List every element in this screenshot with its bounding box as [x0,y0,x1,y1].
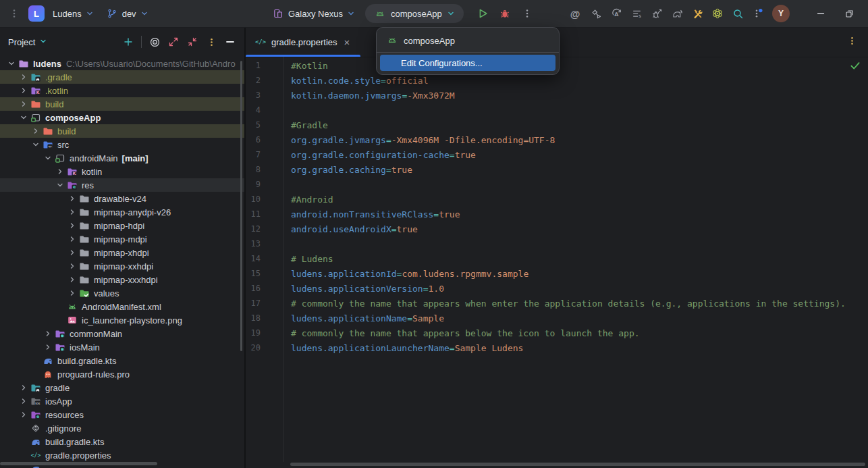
popup-item-composeapp[interactable]: composeApp [377,31,559,50]
add-icon[interactable] [122,36,134,48]
tree-item-gradle[interactable]: gradle [0,381,244,394]
code-line-4[interactable]: 4 [246,103,868,118]
chevron-right-icon[interactable] [18,86,30,95]
chevron-right-icon[interactable] [66,289,78,297]
tree-item-build[interactable]: build [0,124,244,138]
code-line-19[interactable]: 19# commonly the name that appears below… [246,326,868,340]
profiler-lines-icon[interactable]: s [630,7,643,20]
code-line-13[interactable]: 13 [246,236,868,251]
code-line-6[interactable]: 6org.gradle.jvmargs=-Xmx4096M -Dfile.enc… [246,132,868,147]
tab-gradle-properties[interactable]: </> gradle.properties × [246,27,360,57]
tree-item-ludens[interactable]: ludensC:\Users\Usuario\Documents\GitHub\… [0,57,244,70]
chevron-right-icon[interactable] [18,384,30,392]
tree-item-iosmain[interactable]: iosMain [0,340,244,354]
tree-item-proguard-rules-pro[interactable]: proguard-rules.pro [0,367,244,381]
tree-item-mipmap-mdpi[interactable]: mipmap-mdpi [0,232,244,246]
tree-item-commonmain[interactable]: commonMain [0,327,244,340]
tree-item-kotlin[interactable]: Kkotlin [0,165,244,178]
chevron-right-icon[interactable] [66,249,78,257]
tree-item-drawable-v24[interactable]: drawable-v24 [0,192,244,205]
code-line-9[interactable]: 9 [246,177,868,192]
more-kebab-icon[interactable] [521,7,533,20]
tree-item-src[interactable]: ‹›src [0,138,244,151]
tree-item-iosapp[interactable]: iosiosApp [0,394,244,408]
code-line-12[interactable]: 12android.useAndroidX=true [246,222,868,236]
project-panel-horizontal-scrollbar[interactable] [0,462,157,465]
chevron-right-icon[interactable] [66,262,78,270]
code-line-14[interactable]: 14# Ludens [246,251,868,266]
apply-changes-icon[interactable]: A [610,7,622,20]
code-line-20[interactable]: 20ludens.applicationLauncherName=Sample … [246,340,868,355]
tree-item-mipmap-xhdpi[interactable]: mipmap-xhdpi [0,246,244,259]
atom-icon[interactable] [711,7,724,20]
code-line-3[interactable]: 3kotlin.daemon.jvmargs=-Xmx3072M [246,88,868,103]
code-editor[interactable]: 1#Kotlin2kotlin.code.style=official3kotl… [246,57,868,462]
tree-item-build-gradle-kts[interactable]: build.gradle.kts [0,435,244,448]
chevron-right-icon[interactable] [42,330,54,338]
chevron-right-icon[interactable] [18,397,30,405]
code-line-5[interactable]: 5#Gradle [246,118,868,132]
chevron-right-icon[interactable] [66,208,78,216]
tree-item-mipmap-xxhdpi[interactable]: mipmap-xxhdpi [0,259,244,273]
tree-item--kotlin[interactable]: K.kotlin [0,84,244,97]
tree-item-res[interactable]: eres [0,178,244,192]
chevron-right-icon[interactable] [66,222,78,230]
tree-item-androidmanifest-xml[interactable]: AndroidManifest.xml [0,300,244,313]
chevron-right-icon[interactable] [66,235,78,243]
chevron-down-icon[interactable] [5,59,18,68]
app-logo[interactable]: L [28,5,45,22]
code-line-10[interactable]: 10#Android [246,192,868,207]
build-run-hammer-icon[interactable] [590,7,602,20]
code-line-11[interactable]: 11android.nonTransitiveRClass=true [246,207,868,222]
gradle-sync-icon[interactable] [671,7,683,20]
chevron-down-icon[interactable] [42,154,54,162]
tree-item--gitignore[interactable]: .gitignore [0,421,244,435]
tree-item-ic-launcher-playstore-png[interactable]: ic_launcher-playstore.png [0,313,244,327]
device-selector[interactable]: Galaxy Nexus [272,7,355,20]
code-line-8[interactable]: 8org.gradle.caching=true [246,162,868,177]
code-line-15[interactable]: 15ludens.applicationId=com.ludens.rpgmmv… [246,266,868,281]
close-icon[interactable]: × [343,37,352,47]
code-line-18[interactable]: 18ludens.applicationName=Sample [246,311,868,326]
code-line-2[interactable]: 2kotlin.code.style=official [246,73,868,88]
chevron-right-icon[interactable] [54,167,66,176]
collapse-all-icon[interactable] [186,36,198,48]
tree-item-build[interactable]: build [0,97,244,111]
chevron-right-icon[interactable] [66,194,78,203]
restore-icon[interactable] [844,8,855,19]
chevron-down-icon[interactable] [18,113,30,122]
tree-item-mipmap-anydpi-v26[interactable]: mipmap-anydpi-v26 [0,205,244,219]
chevron-right-icon[interactable] [18,100,30,108]
ai-assistant-icon[interactable]: @ [568,7,582,20]
project-view-selector[interactable]: Project [8,37,47,47]
tree-item-mipmap-hdpi[interactable]: mipmap-hdpi [0,219,244,232]
chevron-right-icon[interactable] [18,73,30,81]
chevron-right-icon[interactable] [30,127,42,135]
chevron-right-icon[interactable] [42,343,54,351]
tree-item-values[interactable]: values [0,286,244,300]
popup-item-edit-configurations[interactable]: Edit Configurations... [380,55,555,71]
notifications-kebab-icon[interactable] [752,7,764,20]
project-switcher[interactable]: Ludens [53,7,94,20]
chevron-down-icon[interactable] [30,140,42,149]
tree-item-resources[interactable]: eresources [0,408,244,421]
panel-options-kebab-icon[interactable] [205,36,217,48]
code-line-17[interactable]: 17# commonly the name that appears when … [246,296,868,311]
debug-icon[interactable] [499,7,511,20]
tree-item-gradle-properties[interactable]: </>gradle.properties [0,448,244,462]
chevron-right-icon[interactable] [66,276,78,284]
code-line-16[interactable]: 16ludens.applicationVersion=1.0 [246,281,868,296]
minimize-icon[interactable] [815,8,826,19]
chevron-right-icon[interactable] [18,411,30,419]
project-panel-vertical-scrollbar[interactable] [240,61,242,351]
tree-item--gradle[interactable]: .gradle [0,70,244,84]
hide-panel-icon[interactable] [224,36,236,48]
tree-item-androidmain[interactable]: androidMain[main] [0,151,244,165]
search-everywhere-icon[interactable] [732,7,744,20]
tree-item-composeapp[interactable]: composeApp [0,111,244,124]
chevron-down-icon[interactable] [54,181,66,189]
sdk-tools-icon[interactable] [691,7,703,20]
locate-target-icon[interactable] [148,36,161,48]
avatar[interactable]: Y [772,5,790,22]
editor-options-kebab-icon[interactable] [847,36,857,48]
